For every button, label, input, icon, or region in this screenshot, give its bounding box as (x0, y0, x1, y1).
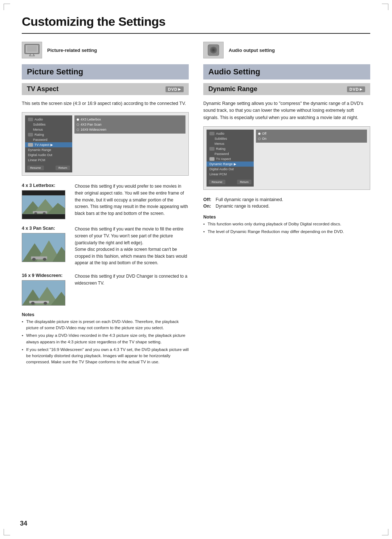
right-menu-resume-btn[interactable]: Resume (209, 180, 225, 184)
left-notes-heading: Notes (22, 312, 189, 317)
thumb-panscan: 4 x 3 Pan Scan: (22, 226, 189, 266)
page-number: 34 (20, 520, 27, 527)
menu-row-menus: Menus (25, 127, 72, 132)
title-rule (22, 33, 370, 34)
letterbox-svg (22, 190, 65, 219)
picture-setting-heading: Picture Setting (22, 64, 189, 79)
right-notes-list: This function works only during playback… (203, 221, 370, 235)
left-menu-screenshot: Audio Subtitles Menus Rating Password TV… (22, 112, 189, 176)
thumb-widescreen-desc: Choose this setting if your DVD Changer … (75, 273, 189, 286)
left-section-intro: Picture-related setting (22, 42, 189, 58)
menu-row-rating: Rating (25, 132, 72, 137)
dynamic-range-body: Dynamic Range setting allows you to "com… (203, 100, 370, 121)
off-label: Off: (203, 197, 213, 202)
svg-point-14 (34, 212, 37, 215)
right-column: Audio output setting Audio Setting Dynam… (203, 42, 370, 367)
off-row: Off: Full dynamic range is maintained. (203, 197, 370, 202)
on-row: On: Dynamic range is reduced. (203, 204, 370, 209)
right-dvd-badge: DVD (347, 86, 365, 92)
svg-point-36 (210, 53, 211, 53)
corner-bl (4, 529, 10, 535)
left-dvd-badge: DVD (166, 86, 184, 92)
right-menu-icon-tv (209, 157, 215, 161)
radio-on (258, 138, 261, 140)
menu-icon-lock (28, 133, 33, 136)
svg-rect-2 (27, 46, 37, 52)
svg-point-28 (31, 302, 35, 305)
tv-aspect-subheading: TV Aspect DVD (22, 83, 189, 95)
dynamic-range-subheading: Dynamic Range DVD (203, 83, 370, 95)
right-menu-return-btn[interactable]: Return (237, 180, 252, 184)
radio-off (258, 132, 261, 135)
right-menu-row-linearpcm: Linear PCM (207, 172, 254, 177)
corner-tl (4, 4, 10, 10)
thumb-panscan-col: 4 x 3 Pan Scan: (22, 226, 69, 262)
left-menu-footer: Resume Return (25, 164, 72, 171)
menu-row-password: Password (25, 137, 72, 142)
right-menu-row-audio: Audio (207, 131, 254, 136)
svg-rect-8 (22, 214, 65, 219)
svg-point-22 (43, 258, 46, 261)
right-menu-row-password: Password (207, 151, 254, 156)
menu-row-linearpcm: Linear PCM (25, 158, 72, 163)
svg-point-15 (43, 212, 46, 215)
sub-row-letterbox: 4X3 Letterbox (77, 117, 183, 122)
left-note-3: If you select "16:9 Widescreen" and you … (22, 347, 189, 366)
menu-icon-tv (28, 143, 33, 147)
tv-aspect-label: TV Aspect (27, 85, 58, 93)
menu-row-tvaspect: TV Aspect ▶ (25, 142, 72, 147)
menu-resume-btn[interactable]: Resume (27, 166, 44, 170)
svg-point-35 (216, 47, 217, 48)
thumb-panscan-image (22, 233, 65, 262)
svg-rect-7 (22, 191, 65, 196)
svg-point-34 (210, 47, 211, 48)
thumb-letterbox-label: 4 x 3 Letterbox: (22, 183, 69, 188)
sub-row-panscan: 4X3 Pan Scan (77, 122, 183, 127)
speaker-icon-container (203, 42, 224, 58)
widescreen-svg (22, 280, 65, 306)
right-notes: Notes This function works only during pl… (203, 215, 370, 235)
tv-icon-container (22, 42, 42, 58)
right-menu-screenshot: Audio Subtitles Menus Rating Password TV… (203, 126, 370, 190)
thumb-panscan-desc: Choose this setting if you want the movi… (75, 226, 189, 266)
left-note-2: When you play a DVD-Video recorded in th… (22, 332, 189, 345)
right-sub-row-off: Off (258, 131, 365, 136)
page-title: Customizing the Settings (22, 15, 370, 29)
left-menu-panel: Audio Subtitles Menus Rating Password TV… (25, 115, 72, 172)
svg-point-33 (213, 49, 215, 51)
right-menu-icon-plus (209, 132, 215, 135)
thumb-panscan-label: 4 x 3 Pan Scan: (22, 226, 69, 231)
right-menu-footer: Resume Return (207, 178, 254, 185)
thumb-widescreen-image (22, 280, 65, 306)
thumb-letterbox-col: 4 x 3 Letterbox: (22, 183, 69, 219)
on-desc: Dynamic range is reduced. (216, 204, 270, 209)
panscan-svg (22, 233, 65, 262)
two-column-layout: Picture-related setting Picture Setting … (22, 42, 370, 367)
right-menu-row-menus: Menus (207, 141, 254, 146)
radio-widescreen (77, 128, 79, 131)
radio-letterbox (77, 118, 79, 121)
right-menu-row-dynamicrange: Dynamic Range ▶ (207, 162, 254, 167)
corner-tr (382, 4, 388, 10)
left-notes-list: The displayable picture size is preset o… (22, 319, 189, 366)
right-note-2: The level of Dynamic Range Reduction may… (203, 229, 370, 235)
thumb-letterbox: 4 x 3 Letterbox: (22, 183, 189, 219)
radio-panscan (77, 123, 79, 126)
dynamic-range-label: Dynamic Range (208, 85, 257, 93)
right-menu-row-tvaspect: TV Aspect (207, 156, 254, 162)
right-menu-sub-panel: Off On (256, 130, 367, 143)
right-notes-heading: Notes (203, 215, 370, 220)
right-intro-label: Audio output setting (229, 48, 275, 53)
speaker-icon (207, 44, 220, 57)
right-menu-panel: Audio Subtitles Menus Rating Password TV… (207, 130, 254, 187)
menu-icon-plus (28, 118, 33, 121)
page: Customizing the Settings (0, 0, 392, 539)
audio-setting-heading: Audio Setting (203, 64, 370, 79)
right-note-1: This function works only during playback… (203, 221, 370, 227)
right-menu-row-digitalaudio: Digital Audio Out (207, 167, 254, 172)
on-label: On: (203, 204, 213, 209)
menu-return-btn[interactable]: Return (56, 166, 70, 170)
thumb-letterbox-image (22, 190, 65, 219)
thumb-widescreen: 16 x 9 Widescreen: (22, 273, 189, 306)
corner-br (382, 529, 388, 535)
